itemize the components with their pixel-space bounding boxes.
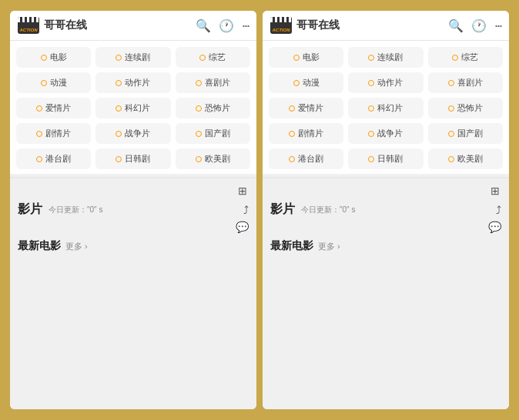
right-cat-drama[interactable]: 剧情片	[269, 123, 343, 144]
right-cat-dot-romance	[289, 105, 295, 112]
right-newest-label: 最新电影	[270, 239, 313, 253]
right-windows-icon[interactable]: ⊞	[491, 185, 500, 197]
right-cat-dot-scifi	[368, 105, 374, 112]
right-cat-scifi[interactable]: 科幻片	[348, 98, 423, 118]
right-more-icon[interactable]: ···	[494, 18, 501, 34]
right-update-text: 今日更新："0" s	[301, 205, 490, 215]
left-header: ACTION 哥哥在线 🔍 🕐 ···	[10, 11, 256, 41]
left-share-icon[interactable]: ⤴	[243, 204, 249, 216]
left-logo-icon: ACTION	[18, 17, 39, 34]
right-cat-dot-movie	[293, 55, 300, 61]
right-divider	[263, 177, 509, 178]
right-cat-series[interactable]: 连续剧	[348, 47, 423, 68]
right-cat-variety[interactable]: 综艺	[428, 47, 503, 68]
right-cat-dot-horror	[448, 105, 454, 112]
left-cat-romance[interactable]: 爱情片	[16, 98, 91, 118]
left-cat-dot-variety	[199, 55, 206, 61]
right-cat-dot-war	[368, 131, 374, 137]
right-cat-dot-western	[448, 156, 454, 162]
left-cat-comedy[interactable]: 喜剧片	[176, 72, 250, 93]
left-divider	[10, 177, 256, 178]
left-cat-dot-action	[116, 80, 122, 86]
left-cat-hktw[interactable]: 港台剧	[16, 148, 91, 169]
right-cat-western[interactable]: 欧美剧	[428, 148, 503, 169]
left-header-icons: 🔍 🕐 ···	[196, 18, 249, 34]
left-cat-anime[interactable]: 动漫	[16, 72, 91, 93]
main-frame: ACTION 哥哥在线 🔍 🕐 ··· 电影 连续剧 综艺 动漫 动作片 喜剧片…	[5, 6, 514, 414]
right-cat-dot-hktw	[289, 156, 295, 162]
right-cat-dot-series	[368, 55, 374, 61]
right-cat-dot-comedy	[448, 80, 454, 86]
left-cat-series[interactable]: 连续剧	[95, 47, 170, 68]
left-film-row: 影片 今日更新："0" s ⤴	[18, 202, 249, 218]
right-film-row: 影片 今日更新："0" s ⤴	[270, 202, 501, 218]
left-history-icon[interactable]: 🕐	[219, 18, 234, 33]
left-newest-row: 最新电影 更多 ›	[18, 239, 249, 253]
right-cat-dot-action	[368, 80, 374, 86]
left-newest-label: 最新电影	[18, 239, 61, 253]
left-cat-western[interactable]: 欧美剧	[176, 148, 250, 169]
left-cat-jpkr[interactable]: 日韩剧	[95, 148, 170, 169]
right-comment-icon[interactable]: 💬	[488, 221, 501, 233]
right-windows-row: ⊞	[270, 182, 501, 200]
left-more-link[interactable]: 更多 ›	[65, 241, 88, 252]
right-cat-war[interactable]: 战争片	[348, 123, 423, 144]
right-cat-romance[interactable]: 爱情片	[269, 98, 343, 118]
right-cat-horror[interactable]: 恐怖片	[428, 98, 503, 118]
left-app-title: 哥哥在线	[44, 18, 87, 32]
right-logo-icon: ACTION	[270, 17, 292, 34]
right-cat-anime[interactable]: 动漫	[269, 72, 343, 93]
left-cat-dot-series	[116, 55, 122, 61]
left-cat-scifi[interactable]: 科幻片	[95, 98, 170, 118]
right-cat-comedy[interactable]: 喜剧片	[428, 72, 503, 93]
right-header: ACTION 哥哥在线 🔍 🕐 ···	[263, 11, 509, 41]
left-bottom: ⊞ 影片 今日更新："0" s ⤴ 💬 最新电影 更多 ›	[10, 182, 256, 409]
left-cat-horror[interactable]: 恐怖片	[176, 98, 250, 118]
right-cat-dot-jpkr	[368, 156, 374, 162]
left-windows-icon[interactable]: ⊞	[238, 185, 247, 197]
right-comment-row: 💬	[270, 221, 501, 233]
right-cat-jpkr[interactable]: 日韩剧	[348, 148, 423, 169]
right-cat-dot-drama	[289, 131, 295, 137]
left-cat-domestic[interactable]: 国产剧	[176, 123, 250, 144]
right-cat-dot-anime	[293, 80, 300, 86]
right-cat-action[interactable]: 动作片	[348, 72, 423, 93]
left-comment-row: 💬	[18, 221, 249, 233]
left-cat-movie[interactable]: 电影	[16, 47, 91, 68]
right-newest-row: 最新电影 更多 ›	[270, 239, 501, 253]
right-header-icons: 🔍 🕐 ···	[448, 18, 501, 34]
left-cat-variety[interactable]: 综艺	[176, 47, 250, 68]
left-cat-dot-anime	[41, 80, 47, 86]
left-windows-row: ⊞	[18, 182, 249, 200]
right-history-icon[interactable]: 🕐	[471, 18, 487, 33]
left-cat-dot-hktw	[36, 156, 42, 162]
right-app-title: 哥哥在线	[296, 18, 340, 32]
right-bottom: ⊞ 影片 今日更新："0" s ⤴ 💬 最新电影 更多 ›	[263, 182, 509, 409]
left-cat-dot-movie	[41, 55, 47, 61]
right-logo-area: ACTION 哥哥在线	[270, 17, 448, 34]
left-update-text: 今日更新："0" s	[49, 205, 237, 215]
left-cat-action[interactable]: 动作片	[95, 72, 170, 93]
right-panel: ACTION 哥哥在线 🔍 🕐 ··· 电影 连续剧 综艺 动漫 动作片 喜剧片…	[263, 11, 509, 409]
right-more-link[interactable]: 更多 ›	[318, 241, 340, 252]
left-cat-dot-scifi	[116, 105, 122, 112]
right-cat-dot-variety	[452, 55, 458, 61]
right-cat-hktw[interactable]: 港台剧	[269, 148, 343, 169]
left-search-icon[interactable]: 🔍	[196, 18, 211, 33]
left-cat-war[interactable]: 战争片	[95, 123, 170, 144]
right-cat-domestic[interactable]: 国产剧	[428, 123, 503, 144]
left-cat-dot-comedy	[196, 80, 202, 86]
left-logo-area: ACTION 哥哥在线	[18, 17, 196, 34]
left-cat-dot-drama	[36, 131, 42, 137]
left-cat-dot-horror	[196, 105, 202, 112]
left-cat-drama[interactable]: 剧情片	[16, 123, 91, 144]
right-cat-movie[interactable]: 电影	[269, 47, 343, 68]
left-comment-icon[interactable]: 💬	[236, 221, 249, 233]
right-search-icon[interactable]: 🔍	[448, 18, 464, 33]
right-logo-action-text: ACTION	[273, 28, 290, 32]
right-categories: 电影 连续剧 综艺 动漫 动作片 喜剧片 爱情片 科幻片 恐怖片 剧情片 战争片…	[263, 41, 509, 174]
right-share-icon[interactable]: ⤴	[496, 204, 501, 216]
left-panel: ACTION 哥哥在线 🔍 🕐 ··· 电影 连续剧 综艺 动漫 动作片 喜剧片…	[10, 11, 256, 409]
left-cat-dot-jpkr	[116, 156, 122, 162]
left-more-icon[interactable]: ···	[242, 18, 249, 34]
